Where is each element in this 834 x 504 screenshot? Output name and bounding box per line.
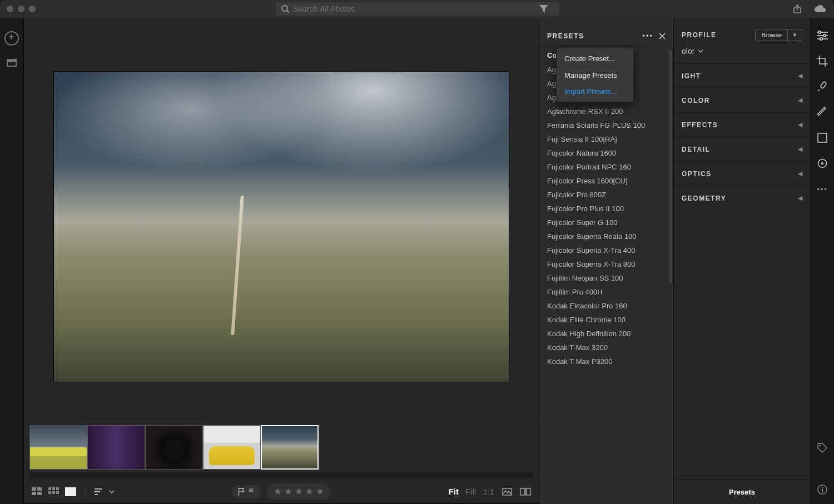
rating-stars[interactable]: ★ ★ ★ ★ ★ [267, 483, 331, 500]
grid-view-button[interactable] [32, 487, 43, 496]
menu-create-preset[interactable]: Create Preset... [557, 51, 633, 67]
presets-more-icon[interactable]: ••• [642, 32, 653, 40]
filter-icon[interactable] [539, 5, 548, 13]
preset-item[interactable]: Fujicolor Pro 800Z [547, 188, 673, 202]
separator [85, 486, 86, 498]
preset-item[interactable]: Ferrania Solaris FG PLUS 100 [547, 118, 673, 132]
filmstrip [24, 419, 539, 472]
profile-label: PROFILE [682, 31, 717, 39]
edit-section-label: DETAIL [682, 146, 710, 153]
preset-item[interactable]: Fujicolor Superia X-Tra 400 [547, 243, 673, 257]
svg-marker-2 [539, 5, 548, 12]
square-grid-view-button[interactable] [48, 487, 59, 496]
collapse-icon: ◀ [798, 170, 802, 177]
minimize-window-button[interactable] [18, 6, 24, 12]
edit-section-optics[interactable]: OPTICS ◀ [674, 161, 810, 186]
show-original-icon[interactable] [502, 488, 512, 496]
my-photos-button[interactable] [7, 59, 17, 67]
zoom-fit-button[interactable]: Fit [449, 487, 459, 496]
preview-image [53, 71, 509, 382]
preset-item[interactable]: Agfachrome RSX II 200 [547, 104, 673, 118]
preset-item[interactable]: Fujicolor Superia X-Tra 800 [547, 257, 673, 271]
info-icon[interactable] [817, 484, 828, 495]
preset-item[interactable]: Fujicolor Super G 100 [547, 216, 673, 229]
search-bar[interactable] [275, 2, 559, 16]
detail-view-button[interactable] [65, 487, 76, 496]
edit-section-label: OPTICS [682, 170, 712, 178]
edit-section-detail[interactable]: DETAIL ◀ [674, 137, 810, 161]
preset-item[interactable]: Fujifilm Neopan SS 100 [547, 271, 673, 285]
preset-item[interactable]: Fujicolor Pro Plus II 100 [547, 202, 673, 216]
preset-item[interactable]: Kodak T-Max 3200 [547, 341, 673, 355]
collapse-icon: ◀ [798, 146, 802, 153]
star-icon[interactable]: ★ [295, 486, 303, 497]
crop-icon[interactable] [817, 56, 828, 67]
filmstrip-scrollbar[interactable] [29, 472, 533, 478]
brush-icon[interactable] [817, 107, 828, 118]
preset-item[interactable]: Kodak Ektacolor Pro 160 [547, 299, 673, 313]
preset-item[interactable]: Fujicolor Superia Reala 100 [547, 229, 673, 243]
preset-item[interactable]: Fujicolor Natura 1600 [547, 146, 673, 160]
edit-section-effects[interactable]: EFFECTS ◀ [674, 112, 810, 137]
menu-import-presets[interactable]: Import Presets... [557, 83, 633, 99]
filmstrip-thumb[interactable] [87, 425, 145, 470]
preset-item[interactable]: Fuji Sensia II 100[RA] [547, 132, 673, 146]
browse-label: Browse [756, 29, 788, 41]
preset-item[interactable]: Fujicolor Press 1600[CU] [547, 174, 673, 188]
more-tools-icon[interactable]: ••• [817, 183, 828, 194]
presets-scrollbar[interactable] [669, 50, 672, 283]
star-icon[interactable]: ★ [316, 486, 324, 497]
flag-pick-icon[interactable] [238, 487, 246, 496]
search-input[interactable] [293, 4, 553, 13]
svg-point-0 [282, 6, 287, 11]
filmstrip-thumb[interactable] [29, 425, 87, 470]
close-window-button[interactable] [7, 6, 13, 12]
zoom-window-button[interactable] [29, 6, 36, 12]
sort-chevron-icon[interactable] [109, 490, 115, 494]
tag-icon[interactable] [817, 442, 828, 453]
edit-section-label: COLOR [682, 97, 710, 104]
svg-line-1 [287, 11, 289, 13]
zoom-oneone-button[interactable]: 1:1 [483, 487, 494, 496]
filmstrip-thumb-selected[interactable] [261, 425, 319, 470]
presets-panel-title: PRESETS [547, 32, 584, 40]
flag-reject-icon[interactable] [248, 487, 256, 496]
right-toolbar: ••• [811, 18, 834, 504]
preset-item[interactable]: Kodak High Definition 200 [547, 327, 673, 341]
star-icon[interactable]: ★ [284, 486, 292, 497]
preset-item[interactable]: Kodak Elite Chrome 100 [547, 313, 673, 327]
preset-item[interactable]: Fujifilm Pro 400H [547, 285, 673, 299]
edit-section-geometry[interactable]: GEOMETRY ◀ [674, 186, 810, 210]
browse-chevron-icon[interactable]: ▼ [788, 30, 802, 40]
preset-list[interactable]: Contrastly Film Sims Agfa Color Portrait… [539, 46, 673, 504]
healing-brush-icon[interactable] [817, 81, 828, 92]
window-controls [7, 6, 36, 12]
sort-button[interactable] [95, 488, 103, 495]
edit-sliders-icon[interactable] [817, 30, 828, 41]
menu-manage-presets[interactable]: Manage Presets [557, 67, 633, 83]
profile-browse-button[interactable]: Browse ▼ [755, 29, 802, 41]
flag-controls[interactable] [232, 485, 261, 498]
edit-section-light[interactable]: IGHT ◀ [674, 63, 810, 88]
close-presets-icon[interactable] [659, 33, 666, 39]
collapse-icon: ◀ [798, 194, 802, 202]
titlebar [0, 0, 834, 18]
filmstrip-thumb[interactable] [203, 425, 261, 470]
linear-gradient-icon[interactable] [817, 132, 828, 143]
compare-view-icon[interactable] [520, 488, 531, 496]
preset-item[interactable]: Fujicolor Portrait NPC 160 [547, 160, 673, 174]
star-icon[interactable]: ★ [274, 486, 282, 497]
presets-context-menu: Create Preset... Manage Presets Import P… [556, 48, 634, 102]
edit-section-color[interactable]: COLOR ◀ [674, 88, 810, 112]
zoom-fill-button[interactable]: Fill [465, 487, 476, 496]
radial-gradient-icon[interactable] [817, 158, 828, 169]
profile-selector[interactable]: olor [674, 47, 810, 63]
cloud-icon[interactable] [814, 4, 826, 13]
filmstrip-thumb[interactable] [145, 425, 203, 470]
share-icon[interactable] [793, 4, 802, 13]
add-photos-button[interactable] [4, 31, 19, 46]
preset-item[interactable]: Kodak T-Max P3200 [547, 355, 673, 368]
image-viewer[interactable] [24, 18, 539, 419]
star-icon[interactable]: ★ [305, 486, 314, 497]
presets-button[interactable]: Presets [674, 480, 810, 504]
